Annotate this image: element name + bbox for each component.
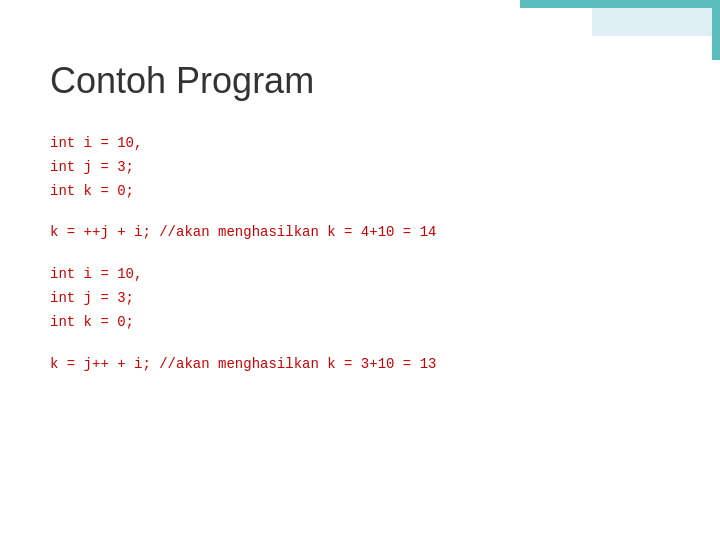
code-section-1: int i = 10, int j = 3; int k = 0; — [50, 132, 670, 203]
code-section-2: int i = 10, int j = 3; int k = 0; — [50, 263, 670, 334]
top-bar — [520, 0, 720, 8]
code-line-1-1: int i = 10, — [50, 132, 670, 156]
code-line-2-2: int j = 3; — [50, 287, 670, 311]
code-comment-2: k = j++ + i; //akan menghasilkan k = 3+1… — [50, 353, 670, 377]
code-line-1-3: int k = 0; — [50, 180, 670, 204]
code-line-1-2: int j = 3; — [50, 156, 670, 180]
comment-line-2: k = j++ + i; //akan menghasilkan k = 3+1… — [50, 353, 670, 377]
page-title: Contoh Program — [50, 60, 670, 102]
side-accent — [712, 0, 720, 60]
main-content: Contoh Program int i = 10, int j = 3; in… — [0, 0, 720, 424]
code-line-2-1: int i = 10, — [50, 263, 670, 287]
comment-line-1: k = ++j + i; //akan menghasilkan k = 4+1… — [50, 221, 670, 245]
code-comment-1: k = ++j + i; //akan menghasilkan k = 4+1… — [50, 221, 670, 245]
code-block: int i = 10, int j = 3; int k = 0; k = ++… — [50, 132, 670, 376]
code-line-2-3: int k = 0; — [50, 311, 670, 335]
corner-box — [592, 8, 712, 36]
